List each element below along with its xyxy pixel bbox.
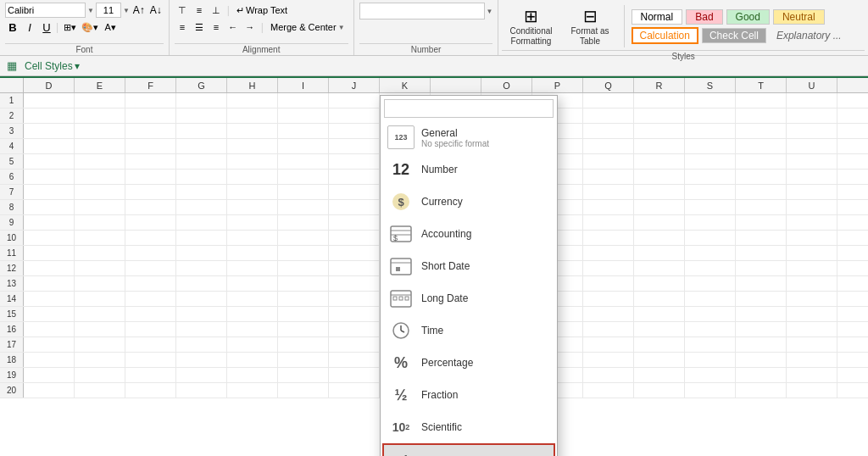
grid-cell[interactable]: [329, 185, 380, 199]
grid-cell[interactable]: [685, 261, 736, 275]
grid-cell[interactable]: [24, 170, 75, 184]
grid-cell[interactable]: [583, 93, 634, 108]
grid-cell[interactable]: [75, 307, 125, 321]
grid-cell[interactable]: [176, 124, 227, 138]
grid-cell[interactable]: [176, 337, 227, 352]
grid-cell[interactable]: [736, 337, 787, 352]
grid-cell[interactable]: [176, 170, 227, 184]
grid-cell[interactable]: [787, 322, 837, 336]
grid-cell[interactable]: [634, 292, 685, 306]
grid-cell[interactable]: [227, 307, 278, 321]
grid-cell[interactable]: [176, 353, 227, 367]
indent-decrease-btn[interactable]: ←: [225, 19, 241, 35]
grid-cell[interactable]: [24, 93, 75, 108]
grid-cell[interactable]: [583, 154, 634, 169]
col-header-n[interactable]: P: [532, 78, 583, 92]
grid-cell[interactable]: [685, 276, 736, 291]
format-item-scientific[interactable]: 102 Scientific: [381, 411, 557, 443]
col-header-q[interactable]: S: [685, 78, 736, 92]
grid-cell[interactable]: [75, 200, 125, 214]
grid-cell[interactable]: [685, 93, 736, 108]
grid-cell[interactable]: [125, 108, 176, 123]
col-header-f[interactable]: F: [125, 78, 176, 92]
grid-cell[interactable]: [787, 246, 837, 260]
grid-cell[interactable]: [634, 139, 685, 153]
grid-cell[interactable]: [329, 337, 380, 352]
grid-cell[interactable]: [75, 215, 125, 230]
grid-cell[interactable]: [685, 292, 736, 306]
grid-cell[interactable]: [583, 170, 634, 184]
grid-cell[interactable]: [583, 231, 634, 245]
grid-cell[interactable]: [736, 108, 787, 123]
grid-cell[interactable]: [736, 322, 787, 336]
grid-cell[interactable]: [329, 139, 380, 153]
grid-cell[interactable]: [634, 322, 685, 336]
border-btn[interactable]: ⊞▾: [60, 19, 79, 35]
wrap-text-btn[interactable]: ↵ Wrap Text: [233, 3, 291, 18]
grid-cell[interactable]: [125, 124, 176, 138]
grid-cell[interactable]: [583, 215, 634, 230]
grid-cell[interactable]: [24, 246, 75, 260]
font-size-arrow[interactable]: ▼: [123, 7, 130, 14]
grid-cell[interactable]: [736, 276, 787, 291]
grid-cell[interactable]: [787, 185, 837, 199]
grid-cell[interactable]: [329, 322, 380, 336]
grid-cell[interactable]: [583, 185, 634, 199]
grid-cell[interactable]: [24, 353, 75, 367]
grid-cell[interactable]: [227, 200, 278, 214]
grid-cell[interactable]: [227, 246, 278, 260]
grid-cell[interactable]: [329, 276, 380, 291]
grid-cell[interactable]: [685, 322, 736, 336]
grid-cell[interactable]: [736, 292, 787, 306]
grid-cell[interactable]: [736, 170, 787, 184]
col-header-g[interactable]: G: [176, 78, 227, 92]
grid-cell[interactable]: [176, 322, 227, 336]
align-left-btn[interactable]: ≡: [175, 19, 190, 35]
grid-cell[interactable]: [278, 200, 329, 214]
grid-cell[interactable]: [736, 246, 787, 260]
align-bottom-btn[interactable]: ⊥: [209, 3, 224, 18]
grid-cell[interactable]: [176, 93, 227, 108]
grid-cell[interactable]: [24, 215, 75, 230]
grid-cell[interactable]: [227, 368, 278, 382]
grid-cell[interactable]: [24, 185, 75, 199]
grid-cell[interactable]: [24, 322, 75, 336]
grid-cell[interactable]: [634, 307, 685, 321]
grid-cell[interactable]: [24, 383, 75, 398]
grid-cell[interactable]: [227, 108, 278, 123]
format-item-accounting[interactable]: $ Accounting: [381, 218, 557, 250]
grid-cell[interactable]: [278, 276, 329, 291]
grid-cell[interactable]: [278, 231, 329, 245]
merge-center-btn[interactable]: Merge & Center ▼: [267, 20, 348, 34]
grid-cell[interactable]: [227, 383, 278, 398]
format-item-currency[interactable]: $ Currency: [381, 186, 557, 218]
grid-cell[interactable]: [329, 154, 380, 169]
grid-cell[interactable]: [125, 93, 176, 108]
grid-cell[interactable]: [24, 368, 75, 382]
grid-cell[interactable]: [634, 383, 685, 398]
grid-cell[interactable]: [685, 337, 736, 352]
grid-cell[interactable]: [583, 124, 634, 138]
grid-cell[interactable]: [787, 170, 837, 184]
grid-cell[interactable]: [634, 276, 685, 291]
grid-cell[interactable]: [583, 337, 634, 352]
col-header-j[interactable]: J: [329, 78, 380, 92]
grid-cell[interactable]: [227, 261, 278, 275]
align-right-btn[interactable]: ≡: [209, 19, 224, 35]
grid-cell[interactable]: [227, 185, 278, 199]
grid-cell[interactable]: [24, 307, 75, 321]
bold-btn[interactable]: B: [5, 19, 20, 35]
grid-cell[interactable]: [329, 246, 380, 260]
grid-cell[interactable]: [125, 337, 176, 352]
grid-cell[interactable]: [75, 261, 125, 275]
style-check-cell-btn[interactable]: Check Cell: [702, 28, 766, 43]
grid-cell[interactable]: [125, 185, 176, 199]
grid-cell[interactable]: [176, 139, 227, 153]
grid-cell[interactable]: [634, 246, 685, 260]
grid-cell[interactable]: [278, 93, 329, 108]
grid-cell[interactable]: [278, 353, 329, 367]
grid-cell[interactable]: [278, 261, 329, 275]
grid-cell[interactable]: [24, 276, 75, 291]
grid-cell[interactable]: [278, 170, 329, 184]
grid-cell[interactable]: [685, 139, 736, 153]
